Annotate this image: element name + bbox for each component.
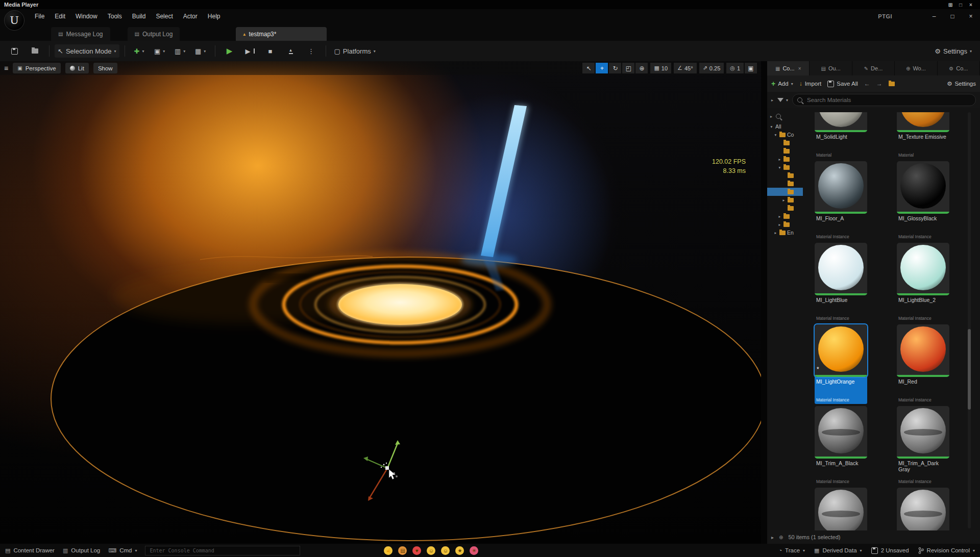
minimize-icon[interactable]: –	[925, 10, 943, 23]
panel-tab-4[interactable]: ⚙Co...	[938, 61, 980, 75]
import-button[interactable]: ↓ Import	[799, 80, 822, 87]
tree-arrow-icon[interactable]: ▾	[777, 165, 782, 170]
viewport-menu-icon[interactable]: ≡	[4, 64, 8, 72]
clap-icon[interactable]: ★	[455, 546, 464, 555]
quick-settings-button[interactable]: ▦▾	[191, 44, 210, 58]
book-icon[interactable]: ▤	[398, 546, 407, 555]
tree-item-2[interactable]	[767, 139, 803, 147]
save-button[interactable]	[5, 44, 23, 58]
tab-message-log[interactable]: ▤ Message Log	[51, 27, 110, 41]
restore-window-icon[interactable]: □	[955, 2, 966, 8]
surprised-icon[interactable]: ☺	[441, 546, 450, 555]
back-button[interactable]: ←	[864, 80, 870, 87]
camera-speed[interactable]: ◎1	[726, 63, 744, 73]
tree-arrow-icon[interactable]: ▸	[777, 222, 782, 227]
scrollbar-thumb[interactable]	[968, 329, 971, 410]
menu-item-help[interactable]: Help	[203, 13, 226, 20]
asset-tile-MI_LightBlue[interactable]: MI_LightBlueMaterial Instance	[815, 243, 867, 322]
scale-tool[interactable]: ◰	[622, 63, 634, 73]
tree-arrow-icon[interactable]: ▸	[777, 214, 782, 219]
tree-item-12[interactable]: ▸	[767, 220, 803, 229]
tab-output-log[interactable]: ▤ Output Log	[128, 27, 180, 41]
rotate-tool[interactable]: ↻	[609, 63, 621, 73]
panel-tab-3[interactable]: ⊕Wo...	[895, 61, 937, 75]
tab-level-testmap3[interactable]: ▴ testmap3*	[236, 27, 327, 41]
console-command-input[interactable]	[149, 547, 297, 554]
menu-item-actor[interactable]: Actor	[178, 13, 203, 20]
blueprints-button[interactable]: ▣▾	[151, 44, 169, 58]
tree-item-6[interactable]	[767, 171, 803, 180]
expand-sources-icon[interactable]: ▸	[771, 535, 774, 540]
add-actor-button[interactable]: ✚▾	[130, 44, 149, 58]
output-log-button[interactable]: ▥ Output Log	[63, 547, 100, 554]
smile-icon[interactable]: ☺	[427, 546, 435, 555]
asset-tile-M_Texture Emissive[interactable]: M_Texture EmissiveMaterial	[897, 112, 949, 159]
panel-tab-2[interactable]: ✎De...	[852, 61, 895, 75]
tree-arrow-icon[interactable]: ▾	[769, 124, 774, 129]
tree-item-En[interactable]: ▸En	[767, 229, 803, 237]
close-tab-icon[interactable]: ×	[798, 66, 801, 71]
asset-tile-11[interactable]	[897, 488, 949, 530]
tree-arrow-icon[interactable]: ▸	[781, 198, 786, 202]
search-input[interactable]	[806, 96, 971, 104]
menu-item-select[interactable]: Select	[151, 13, 178, 20]
tree-item-7[interactable]	[767, 180, 803, 188]
maximize-viewport-icon[interactable]: ▣	[745, 63, 757, 73]
tree-item-All[interactable]: ▾All	[767, 122, 803, 131]
browse-button[interactable]	[26, 44, 44, 58]
asset-grid-scrollbar[interactable]	[968, 112, 971, 528]
panel-tab-1[interactable]: ▤Ou...	[810, 61, 852, 75]
derived-data-dropdown[interactable]: ▦ Derived Data ▾	[814, 547, 862, 554]
filter-button[interactable]: ▾	[777, 98, 788, 103]
panel-tab-0[interactable]: ▦Co...×	[767, 61, 810, 75]
grid-snap[interactable]: ▦10	[650, 63, 671, 73]
asset-tile-M_SolidLight[interactable]: M_SolidLightMaterial	[815, 112, 867, 159]
layout-icon[interactable]: ⊞	[945, 2, 955, 8]
thumbs-up-icon[interactable]: ☝	[384, 546, 393, 555]
tree-item-11[interactable]: ▸	[767, 212, 803, 220]
asset-tile-MI_Red[interactable]: MI_RedMaterial Instance	[897, 324, 949, 404]
world-space-toggle[interactable]: ⊕	[635, 63, 648, 73]
stop-button[interactable]: ■	[261, 44, 280, 58]
close-icon[interactable]: ×	[962, 10, 980, 23]
menu-item-tools[interactable]: Tools	[103, 13, 127, 20]
editor-settings-dropdown[interactable]: ⚙ Settings ▾	[932, 44, 975, 58]
asset-tile-MI_Trim_A_Dark Gray[interactable]: MI_Trim_A_Dark GrayMaterial Instance	[897, 406, 949, 486]
sources-toggle[interactable]: ▸	[771, 98, 773, 103]
forward-button[interactable]: →	[876, 80, 883, 87]
asset-tile-MI_Trim_A_Black[interactable]: MI_Trim_A_BlackMaterial Instance	[815, 406, 867, 486]
browser-settings-button[interactable]: ⚙ Settings	[947, 80, 976, 87]
revision-control-dropdown[interactable]: Revision Control ▾	[918, 547, 975, 554]
trace-dropdown[interactable]: ◔ Trace ▾	[778, 547, 805, 553]
rotation-snap[interactable]: ∠45°	[674, 63, 697, 73]
frame-skip-button[interactable]: ▶	[241, 44, 259, 58]
add-collection-icon[interactable]: ⊕	[779, 535, 783, 540]
choose-path-button[interactable]	[889, 82, 895, 86]
move-tool[interactable]: +	[596, 63, 608, 73]
tree-item-5[interactable]: ▾	[767, 163, 803, 171]
add-button[interactable]: + Add ▾	[771, 80, 793, 88]
cmd-dropdown[interactable]: ⌨ Cmd ▾	[108, 547, 137, 554]
cinematics-button[interactable]: ▥▾	[171, 44, 189, 58]
asset-tile-MI_LightBlue_2[interactable]: MI_LightBlue_2Material Instance	[897, 243, 949, 322]
menu-item-build[interactable]: Build	[127, 13, 151, 20]
tree-search-icon[interactable]	[776, 114, 781, 119]
close-window-icon[interactable]: ×	[966, 2, 976, 8]
maximize-icon[interactable]: □	[943, 10, 962, 23]
unsaved-button[interactable]: 2 Unsaved	[871, 547, 909, 554]
menu-item-file[interactable]: File	[30, 13, 50, 20]
eject-button[interactable]: ▲	[282, 44, 300, 58]
asset-tile-10[interactable]	[815, 488, 867, 530]
heart-icon[interactable]: ♥	[412, 546, 421, 555]
tree-arrow-icon[interactable]: ▸	[777, 157, 782, 162]
tree-item-4[interactable]: ▸	[767, 155, 803, 163]
view-mode-dropdown[interactable]: Lit	[65, 63, 89, 73]
level-viewport[interactable]: ≡ ▣ Perspective Lit Show ↖+↻◰⊕▦10∠45°⇗0.…	[0, 61, 761, 544]
tree-item-10[interactable]	[767, 204, 803, 212]
play-button[interactable]: ▶	[220, 44, 239, 58]
panel-divider[interactable]	[761, 61, 767, 544]
platforms-dropdown[interactable]: ▢ Platforms ▾	[331, 44, 379, 58]
asset-tile-MI_GlossyBlack[interactable]: MI_GlossyBlackMaterial Instance	[897, 161, 949, 241]
tree-item-8[interactable]	[767, 188, 803, 196]
unreal-engine-logo[interactable]: U	[4, 10, 24, 31]
